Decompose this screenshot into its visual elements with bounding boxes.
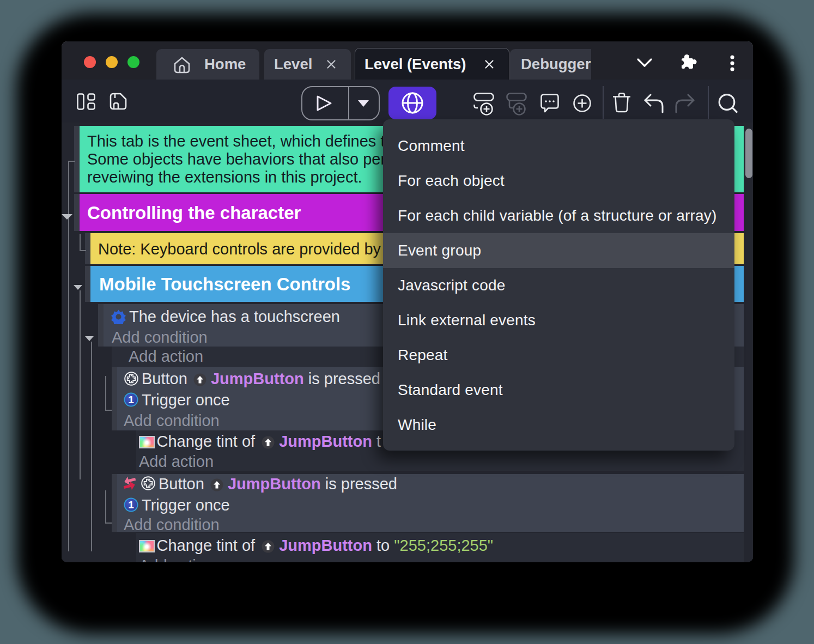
svg-text:1: 1 [128, 499, 134, 511]
svg-text:1: 1 [128, 394, 134, 405]
